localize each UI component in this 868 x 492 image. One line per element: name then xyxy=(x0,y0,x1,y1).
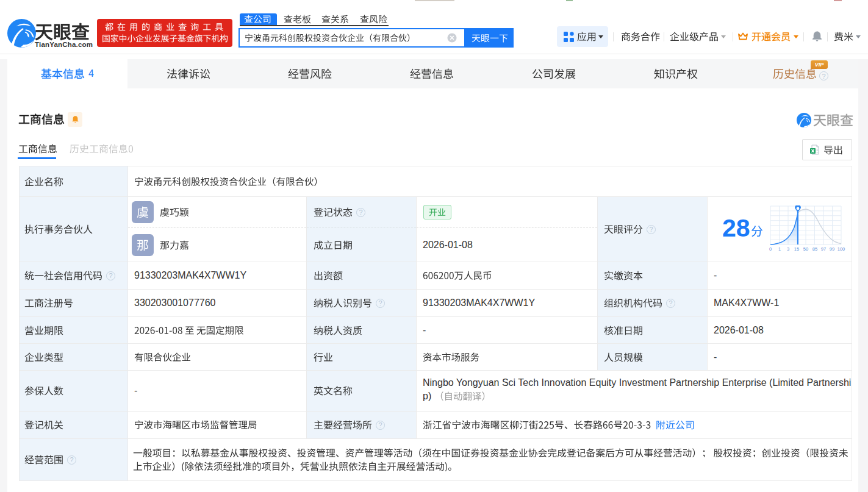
svg-text:100: 100 xyxy=(838,246,845,252)
svg-text:99: 99 xyxy=(830,246,834,252)
svg-text:15: 15 xyxy=(794,246,799,252)
svg-text:97: 97 xyxy=(821,246,826,252)
svg-text:50: 50 xyxy=(803,246,808,252)
svg-text:1: 1 xyxy=(778,246,781,252)
svg-text:3: 3 xyxy=(787,246,789,252)
svg-text:0: 0 xyxy=(769,246,772,252)
svg-text:85: 85 xyxy=(812,246,817,252)
